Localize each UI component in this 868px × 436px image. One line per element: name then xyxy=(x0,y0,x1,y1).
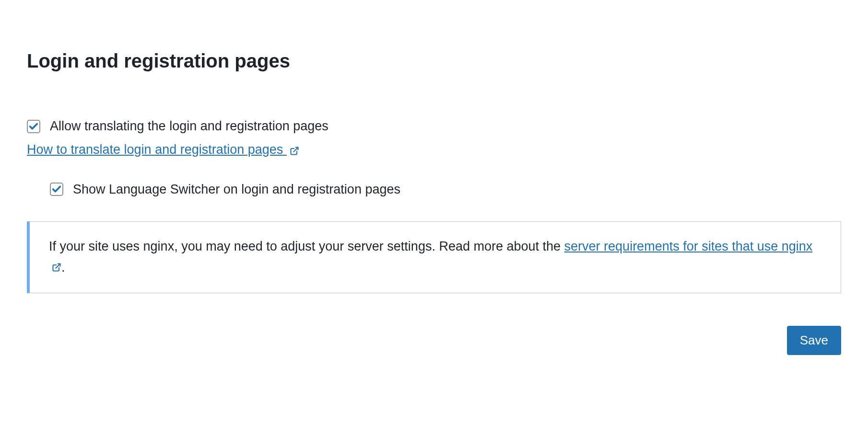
save-button[interactable]: Save xyxy=(787,326,841,355)
nginx-notice-text: If your site uses nginx, you may need to… xyxy=(49,236,821,278)
svg-line-0 xyxy=(293,147,298,151)
how-to-translate-link[interactable]: How to translate login and registration … xyxy=(27,142,287,157)
nginx-link-text: server requirements for sites that use n… xyxy=(564,239,813,253)
language-switcher-label: Show Language Switcher on login and regi… xyxy=(73,181,400,199)
notice-suffix: . xyxy=(61,260,65,275)
language-switcher-checkbox[interactable] xyxy=(50,183,63,196)
checkmark-icon xyxy=(28,121,39,132)
external-link-icon xyxy=(290,146,299,158)
external-link-icon xyxy=(52,258,61,278)
help-link-text: How to translate login and registration … xyxy=(27,142,287,157)
allow-translating-label: Allow translating the login and registra… xyxy=(50,117,328,136)
checkmark-icon xyxy=(51,184,62,195)
allow-translating-checkbox[interactable] xyxy=(27,120,40,133)
svg-line-1 xyxy=(56,264,60,268)
nginx-notice: If your site uses nginx, you may need to… xyxy=(27,221,841,293)
nginx-requirements-link[interactable]: server requirements for sites that use n… xyxy=(564,239,813,253)
section-heading: Login and registration pages xyxy=(27,50,841,72)
settings-section: Login and registration pages Allow trans… xyxy=(0,0,868,355)
option-language-switcher-row: Show Language Switcher on login and regi… xyxy=(50,181,841,199)
footer-actions: Save xyxy=(27,326,841,355)
option-allow-translating-row: Allow translating the login and registra… xyxy=(27,117,841,136)
help-link-row: How to translate login and registration … xyxy=(27,142,841,158)
notice-prefix: If your site uses nginx, you may need to… xyxy=(49,239,564,253)
